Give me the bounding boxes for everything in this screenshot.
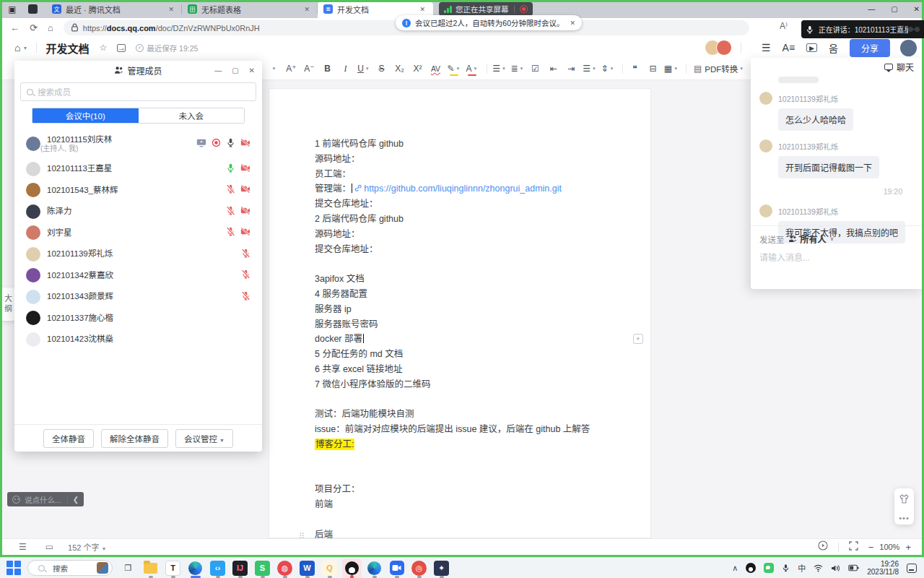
font-increase-icon[interactable]: A⁺: [284, 61, 299, 77]
bold-icon[interactable]: B: [320, 61, 335, 77]
spellcheck-icon[interactable]: AV: [428, 61, 443, 77]
outline-side-tab[interactable]: 大纲: [0, 288, 15, 321]
document-page[interactable]: 1 前端代码仓库 github源码地址：员工端：管理端：https://gith…: [269, 88, 651, 538]
member-row[interactable]: 102101343颜景辉: [14, 286, 262, 308]
member-panel-header[interactable]: 管理成员 — ▢ ✕: [14, 61, 262, 79]
docs-home-icon[interactable]: ⌂: [14, 42, 20, 53]
cam-off-icon[interactable]: [240, 184, 250, 197]
member-row[interactable]: 刘宇星: [14, 223, 262, 244]
word-count[interactable]: 152 个字 ▼: [68, 541, 106, 553]
insert-table-icon[interactable]: ▦▼: [663, 61, 679, 77]
screenshare-icon[interactable]: [196, 137, 206, 150]
paragraph-style-caret-icon[interactable]: ▼: [266, 61, 281, 77]
strikethrough-icon[interactable]: S: [374, 61, 389, 77]
indent-icon[interactable]: ⇥: [564, 61, 579, 77]
font-decrease-icon[interactable]: A⁻: [302, 61, 317, 77]
mic-muted-icon[interactable]: [226, 226, 235, 239]
task-view-button[interactable]: ❒: [118, 558, 138, 578]
stop-sharing-button[interactable]: [520, 5, 528, 13]
tab-not-joined[interactable]: 未入会: [139, 108, 245, 123]
theme-skin-icon[interactable]: [899, 493, 910, 506]
zoom-out-button[interactable]: −: [868, 542, 874, 553]
tab-close-icon[interactable]: ✕: [166, 4, 176, 14]
quick-insert-button[interactable]: +: [633, 334, 643, 344]
app-snail[interactable]: ◎: [409, 558, 429, 578]
outline-icon[interactable]: ☰: [19, 542, 27, 552]
cam-off-icon[interactable]: [240, 163, 250, 176]
pdf-convert-icon[interactable]: ▤PDF转换▼: [691, 61, 746, 77]
volume-icon[interactable]: [831, 564, 840, 572]
bullet-list-icon[interactable]: ☰▼: [492, 61, 507, 77]
tray-wechat-icon[interactable]: [764, 563, 774, 573]
browser-tab[interactable]: 文最近 · 腾讯文档✕: [46, 0, 182, 18]
highlight-color-icon[interactable]: ✎▼: [446, 61, 461, 77]
panel-maximize-button[interactable]: ▢: [232, 66, 238, 74]
move-to-folder-icon[interactable]: →: [117, 44, 126, 52]
audience-selector[interactable]: 所有人: [801, 233, 827, 245]
tab-close-icon[interactable]: ✕: [417, 4, 427, 14]
outline-view-icon[interactable]: A≡: [783, 42, 796, 53]
outdent-icon[interactable]: ⇤: [546, 61, 561, 77]
member-row[interactable]: 102101113王嘉星: [14, 158, 262, 180]
member-row[interactable]: 102101342蔡嘉欣: [14, 265, 262, 287]
app-intellij[interactable]: IJ: [230, 558, 250, 578]
mic-muted-icon[interactable]: [241, 248, 250, 261]
refresh-button[interactable]: ⟳: [30, 22, 38, 33]
subscript-icon[interactable]: X₂: [392, 61, 407, 77]
tray-qq-icon[interactable]: [746, 563, 756, 573]
collaborator-avatar[interactable]: [716, 40, 732, 56]
home-button[interactable]: ⌂: [48, 22, 53, 33]
read-aloud-icon[interactable]: A⁾: [780, 21, 788, 31]
app-dark[interactable]: ✦: [432, 558, 451, 578]
workspace-icon[interactable]: [25, 2, 40, 17]
mic-muted-icon[interactable]: [241, 290, 250, 303]
mic-muted-icon[interactable]: [226, 205, 235, 218]
app-tencent-meeting[interactable]: [387, 558, 406, 578]
member-row[interactable]: 102101139郑礼烁: [14, 243, 262, 265]
app-red-player[interactable]: ◍: [275, 558, 295, 578]
cam-off-icon[interactable]: [240, 205, 250, 218]
mute-all-button[interactable]: 全体静音: [43, 429, 94, 448]
cam-off-icon[interactable]: [240, 226, 250, 239]
tray-mic-icon[interactable]: [782, 564, 790, 572]
taskbar-clock[interactable]: 19:26 2023/11/8: [867, 560, 899, 577]
star-icon[interactable]: ☆: [99, 43, 107, 53]
member-row[interactable]: 陈泽力: [14, 201, 262, 223]
member-search-input[interactable]: 搜索成员: [20, 82, 256, 101]
app-vscode[interactable]: ‹›: [208, 558, 227, 578]
member-row[interactable]: 102101115刘庆林(主持人, 我): [14, 129, 262, 158]
app-word[interactable]: W: [297, 558, 317, 578]
panel-close-button[interactable]: ✕: [249, 66, 255, 74]
chat-input[interactable]: 请输入消息...: [751, 245, 924, 269]
wifi-icon[interactable]: [814, 564, 823, 572]
share-button[interactable]: 分享: [850, 39, 890, 57]
line-spacing-icon[interactable]: ⇕▼: [600, 61, 615, 77]
underline-icon[interactable]: U▼: [356, 61, 371, 77]
mic-muted-icon[interactable]: [226, 184, 235, 197]
app-penguin-outline[interactable]: Q: [320, 558, 339, 578]
menu-icon[interactable]: ☰: [762, 42, 771, 53]
zoom-in-button[interactable]: +: [905, 542, 911, 553]
edit-permission-icon[interactable]: 움: [829, 40, 838, 55]
checklist-icon[interactable]: ☑: [528, 61, 543, 77]
unmute-all-button[interactable]: 解除全体静音: [101, 429, 168, 448]
quick-chat-bar[interactable]: 说点什么... ❮: [7, 492, 84, 506]
start-button[interactable]: [6, 560, 22, 576]
tab-search-icon[interactable]: ▣: [4, 2, 20, 17]
zoom-level[interactable]: 100%: [879, 543, 899, 551]
italic-icon[interactable]: I: [338, 61, 353, 77]
taskbar-search[interactable]: 搜索: [27, 560, 113, 576]
record-icon[interactable]: [212, 137, 221, 150]
panel-minimize-button[interactable]: —: [214, 66, 222, 74]
app-edge[interactable]: [186, 558, 205, 578]
present-icon[interactable]: ▸: [806, 43, 817, 52]
doc-link[interactable]: https://github.com/liuqinglinnn/zhongrui…: [364, 184, 562, 194]
collapse-chevron-icon[interactable]: ❮: [73, 496, 79, 504]
horizontal-rule-icon[interactable]: ⊟: [645, 61, 661, 77]
app-qq[interactable]: [342, 558, 362, 578]
ordered-list-icon[interactable]: ≣▼: [510, 61, 525, 77]
mic-muted-icon[interactable]: [241, 269, 250, 282]
home-caret-icon[interactable]: ▼: [22, 46, 27, 51]
close-button[interactable]: ✕: [914, 5, 920, 13]
app-green[interactable]: S: [253, 558, 272, 578]
